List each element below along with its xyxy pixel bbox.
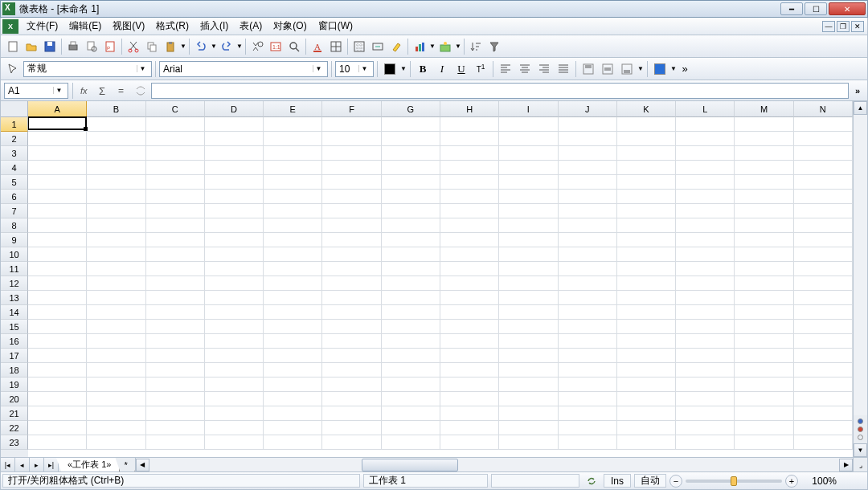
row-header-5[interactable]: 5: [1, 175, 28, 190]
col-header-N[interactable]: N: [794, 101, 853, 117]
row-header-7[interactable]: 7: [1, 204, 28, 218]
cell[interactable]: [205, 421, 264, 435]
cell[interactable]: [440, 421, 499, 435]
cell[interactable]: [382, 291, 440, 305]
cell[interactable]: [559, 392, 617, 406]
cell[interactable]: [440, 378, 499, 392]
cell[interactable]: [617, 190, 676, 204]
scroll-right-button[interactable]: ▶: [839, 459, 853, 471]
cell[interactable]: [382, 378, 440, 392]
cell[interactable]: [146, 320, 205, 334]
cell[interactable]: [559, 320, 617, 334]
cell[interactable]: [28, 204, 87, 218]
cell[interactable]: [559, 262, 617, 276]
cell[interactable]: [440, 334, 499, 349]
row-header-1[interactable]: 1: [1, 117, 28, 132]
cell[interactable]: [735, 233, 793, 247]
cell[interactable]: [794, 233, 853, 247]
cell[interactable]: [87, 247, 145, 262]
cell[interactable]: [617, 320, 676, 334]
col-header-A[interactable]: A: [28, 101, 87, 117]
cell[interactable]: [735, 218, 793, 233]
row-header-8[interactable]: 8: [1, 218, 28, 233]
cell[interactable]: [559, 276, 617, 291]
cell[interactable]: [382, 349, 440, 363]
horizontal-scrollbar[interactable]: ◀ ▶: [135, 458, 853, 471]
row-header-13[interactable]: 13: [1, 291, 28, 305]
scroll-down-button[interactable]: ▼: [854, 443, 867, 457]
cell[interactable]: [382, 117, 440, 132]
tab-prev-button[interactable]: ◂: [15, 458, 30, 471]
cell[interactable]: [205, 363, 264, 378]
zoom-button[interactable]: [285, 38, 303, 55]
status-ins[interactable]: Ins: [604, 474, 631, 488]
chart-dropdown[interactable]: ▼: [429, 43, 436, 50]
cell[interactable]: [735, 421, 793, 435]
cell[interactable]: [146, 276, 205, 291]
cell[interactable]: [87, 349, 145, 363]
cell[interactable]: [735, 175, 793, 190]
cell[interactable]: [735, 190, 793, 204]
cell[interactable]: [617, 218, 676, 233]
cell[interactable]: [264, 291, 322, 305]
cell[interactable]: [617, 146, 676, 161]
cell[interactable]: [440, 392, 499, 406]
cell[interactable]: [87, 305, 145, 320]
cell[interactable]: [264, 146, 322, 161]
cell[interactable]: [382, 247, 440, 262]
cell[interactable]: [87, 204, 145, 218]
cell[interactable]: [322, 233, 381, 247]
select-all-corner[interactable]: [1, 101, 28, 117]
cell[interactable]: [676, 435, 735, 450]
cell[interactable]: [205, 233, 264, 247]
cell[interactable]: [499, 161, 558, 175]
cell[interactable]: [28, 146, 87, 161]
cell[interactable]: [87, 392, 145, 406]
col-header-J[interactable]: J: [559, 101, 617, 117]
col-header-I[interactable]: I: [499, 101, 558, 117]
cell[interactable]: [382, 132, 440, 146]
cell[interactable]: [382, 233, 440, 247]
cell[interactable]: [28, 421, 87, 435]
cell[interactable]: [205, 132, 264, 146]
cell[interactable]: [264, 175, 322, 190]
cell[interactable]: [322, 262, 381, 276]
undo-dropdown[interactable]: ▼: [211, 43, 217, 50]
cell[interactable]: [146, 392, 205, 406]
cell[interactable]: [146, 349, 205, 363]
minimize-button[interactable]: ━: [780, 2, 803, 15]
print-button[interactable]: [64, 38, 82, 55]
cell[interactable]: [264, 320, 322, 334]
cell[interactable]: [440, 305, 499, 320]
cell[interactable]: [87, 161, 145, 175]
row-header-21[interactable]: 21: [1, 406, 28, 421]
cell[interactable]: [205, 218, 264, 233]
cell[interactable]: [499, 204, 558, 218]
cell[interactable]: [676, 406, 735, 421]
cell[interactable]: [28, 334, 87, 349]
cell[interactable]: [440, 175, 499, 190]
cell[interactable]: [559, 435, 617, 450]
accept-button[interactable]: =: [114, 83, 130, 99]
cell[interactable]: [322, 392, 381, 406]
col-header-F[interactable]: F: [322, 101, 381, 117]
cell[interactable]: [87, 146, 145, 161]
size-combo[interactable]: 10▼: [335, 61, 374, 77]
align-right-button[interactable]: [535, 60, 553, 78]
cell[interactable]: [676, 247, 735, 262]
cell[interactable]: [87, 421, 145, 435]
cell[interactable]: [676, 218, 735, 233]
row-header-4[interactable]: 4: [1, 161, 28, 175]
vertical-scrollbar[interactable]: ▲ ▼: [853, 101, 867, 457]
cell[interactable]: [322, 218, 381, 233]
cell[interactable]: [617, 233, 676, 247]
cell[interactable]: [87, 276, 145, 291]
fill-color-dropdown[interactable]: ▼: [670, 65, 677, 72]
cell[interactable]: [617, 334, 676, 349]
borders-button[interactable]: [350, 38, 368, 55]
cell[interactable]: [87, 435, 145, 450]
cell[interactable]: [735, 132, 793, 146]
cell[interactable]: [28, 291, 87, 305]
nav-dot-2[interactable]: [858, 426, 863, 432]
cell[interactable]: [794, 161, 853, 175]
